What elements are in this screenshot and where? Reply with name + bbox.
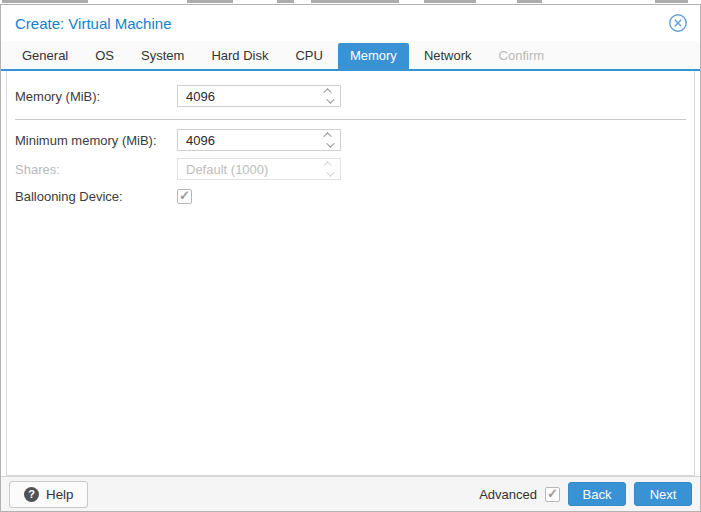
memory-field xyxy=(177,85,341,107)
minimum-memory-label: Minimum memory (MiB): xyxy=(15,133,177,148)
help-button-label: Help xyxy=(46,487,73,502)
tab-network[interactable]: Network xyxy=(412,43,484,69)
dialog-body: Memory (MiB): Minimum memory (MiB): xyxy=(1,71,700,476)
memory-label: Memory (MiB): xyxy=(15,89,177,104)
shares-field xyxy=(177,158,341,180)
memory-spinner-icon[interactable] xyxy=(318,86,340,106)
minimum-memory-field xyxy=(177,129,341,151)
shares-input xyxy=(178,159,318,179)
minimum-memory-spinner-icon[interactable] xyxy=(318,130,340,150)
help-button[interactable]: ? Help xyxy=(9,481,88,508)
footer-actions: Advanced Back Next xyxy=(479,482,692,506)
dialog-title: Create: Virtual Machine xyxy=(15,15,171,32)
close-icon[interactable] xyxy=(668,13,688,33)
memory-input[interactable] xyxy=(178,86,318,106)
wizard-tabbar: General OS System Hard Disk CPU Memory N… xyxy=(1,41,700,71)
advanced-checkbox[interactable] xyxy=(545,487,560,502)
next-button[interactable]: Next xyxy=(634,482,692,506)
ballooning-checkbox[interactable] xyxy=(177,189,192,204)
tab-general[interactable]: General xyxy=(10,43,80,69)
question-circle-icon: ? xyxy=(24,487,39,502)
tab-confirm: Confirm xyxy=(487,43,557,69)
ballooning-row: Ballooning Device: xyxy=(15,189,686,204)
dialog-titlebar: Create: Virtual Machine xyxy=(1,5,700,41)
tab-memory[interactable]: Memory xyxy=(338,43,409,69)
back-button[interactable]: Back xyxy=(568,482,626,506)
tab-system[interactable]: System xyxy=(129,43,196,69)
tab-hard-disk[interactable]: Hard Disk xyxy=(199,43,280,69)
shares-spinner-icon xyxy=(318,159,340,179)
memory-row: Memory (MiB): xyxy=(15,85,686,107)
minimum-memory-row: Minimum memory (MiB): xyxy=(15,129,686,151)
advanced-label: Advanced xyxy=(479,487,537,502)
tab-os[interactable]: OS xyxy=(83,43,126,69)
create-vm-dialog: Create: Virtual Machine General OS Syste… xyxy=(0,4,701,512)
ballooning-label: Ballooning Device: xyxy=(15,189,177,204)
shares-label: Shares: xyxy=(15,162,177,177)
advanced-section-divider xyxy=(15,119,686,120)
shares-row: Shares: xyxy=(15,158,686,180)
dialog-footer: ? Help Advanced Back Next xyxy=(1,476,700,511)
minimum-memory-input[interactable] xyxy=(178,130,318,150)
tab-cpu[interactable]: CPU xyxy=(283,43,334,69)
memory-form-panel: Memory (MiB): Minimum memory (MiB): xyxy=(6,71,695,476)
